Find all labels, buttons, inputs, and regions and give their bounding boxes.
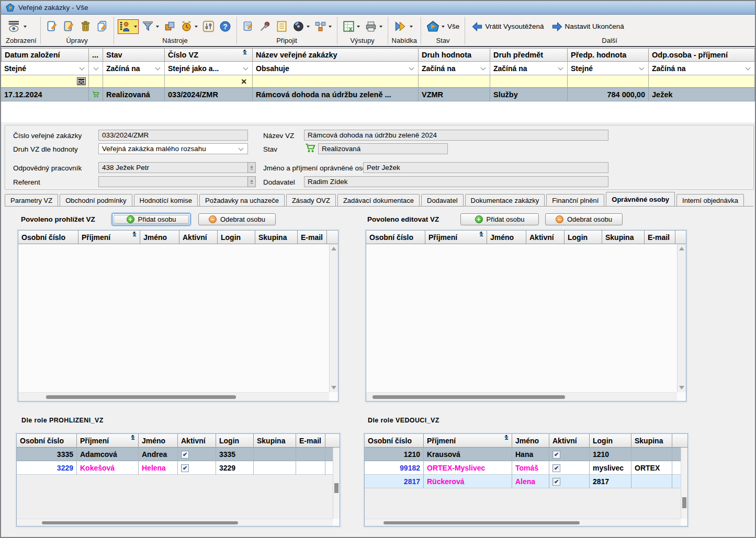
table-row[interactable]: 99182ORTEX-MyslivecTomáš✔myslivecORTEX	[365, 461, 681, 475]
col-header-osobn-slo[interactable]: Osobní číslo	[17, 434, 77, 448]
grid-col-header-[interactable]: ...	[89, 48, 103, 62]
grid-filter-op[interactable]: Stejné jako a...	[165, 62, 253, 75]
copy-record-button[interactable]	[95, 19, 110, 34]
history-clock-button[interactable]	[179, 19, 199, 34]
scrollbar-thumb[interactable]	[42, 521, 238, 524]
grid-col-header-slo-vz[interactable]: Číslo VZ1	[165, 48, 253, 62]
checkbox-checked-icon[interactable]: ✔	[552, 478, 560, 486]
col-header-e-mail[interactable]: E-mail	[298, 231, 327, 244]
checkbox-checked-icon[interactable]: ✔	[552, 451, 560, 459]
clear-filter-icon[interactable]: ✕	[241, 77, 247, 86]
vertical-scrollbar[interactable]	[677, 244, 686, 392]
grid-filter-op[interactable]	[89, 62, 103, 75]
odpovedny-field[interactable]: 438 Ježek Petr	[98, 162, 248, 173]
grid-filter-op[interactable]: Začíná na	[103, 62, 165, 75]
tab-finan-n-pln-n[interactable]: Finanční plnění	[546, 194, 604, 206]
grid-col-header-druh-p-edm-t[interactable]: Druh předmět	[490, 48, 568, 62]
col-header-p-jmen[interactable]: Příjmení1	[77, 434, 139, 448]
tab-po-adavky-na-uchaze-e[interactable]: Požadavky na uchazeče	[199, 194, 285, 206]
grid-data-cell[interactable]: 033/2024/ZMR	[165, 88, 253, 101]
col-header-skupina[interactable]: Skupina	[254, 434, 296, 448]
tab-parametry-vz[interactable]: Parametry VZ	[5, 194, 58, 206]
col-header-aktivn[interactable]: Aktivní	[549, 434, 590, 448]
col-header-aktivn[interactable]: Aktivní	[526, 231, 565, 244]
add-view-person-button[interactable]: + Přidat osobu	[112, 213, 190, 225]
cell-surname[interactable]: ORTEX-Myslivec	[424, 461, 512, 475]
col-header-e-mail[interactable]: E-mail	[296, 434, 325, 448]
odpovedny-picker-button[interactable]: ±	[247, 162, 256, 173]
grid-col-header-n-zev-ve-ejn-zak-zky[interactable]: Název veřejné zakázky	[253, 48, 419, 62]
col-header-p-jmen[interactable]: Příjmení1	[78, 231, 140, 244]
tab-dodavatel[interactable]: Dodavatel	[421, 194, 464, 206]
cell-first-name[interactable]: Alena	[512, 475, 549, 488]
cell-personal-number[interactable]: 3229	[17, 461, 77, 475]
tab-opr-vn-n-osoby[interactable]: Oprávněné osoby	[606, 192, 675, 206]
grid-filter-input[interactable]: ✕	[165, 75, 253, 88]
grid-filter-op[interactable]: Stejné	[568, 62, 649, 75]
media-disc-button[interactable]	[291, 19, 311, 34]
col-header-jm-no[interactable]: Jméno	[139, 434, 178, 448]
table-row[interactable]: 2817RückerováAlena✔2817	[365, 475, 681, 488]
scroll-up-icon[interactable]	[331, 247, 336, 250]
nazev-vz-field[interactable]: Rámcová dohoda na údržbu zeleně 2024	[304, 130, 608, 141]
col-header-osobn-slo[interactable]: Osobní číslo	[365, 434, 424, 448]
cell-group[interactable]	[254, 461, 296, 475]
col-header-jm-no[interactable]: Jméno	[512, 434, 549, 448]
grid-data-cell[interactable]: 17.12.2024	[1, 88, 89, 101]
grid-col-header-odp-osoba-p-jmen[interactable]: Odp.osoba - příjmení	[649, 48, 755, 62]
col-header-osobn-slo[interactable]: Osobní číslo	[18, 231, 78, 244]
remove-edit-person-button[interactable]: − Odebrat osobu	[545, 213, 623, 225]
tab-obchodn-podm-nky[interactable]: Obchodní podmínky	[60, 194, 132, 206]
cell-group[interactable]: ORTEX	[631, 461, 672, 475]
grid-filter-input[interactable]	[1, 75, 89, 88]
col-header-p-jmen[interactable]: Příjmení1	[424, 434, 512, 448]
grid-filter-input[interactable]	[89, 75, 103, 88]
cell-personal-number[interactable]: 2817	[365, 475, 424, 488]
horizontal-scrollbar[interactable]	[18, 392, 329, 401]
attach-note-button[interactable]	[241, 19, 256, 34]
grid-filter-op[interactable]: Začíná na	[490, 62, 568, 75]
dodavatel-field[interactable]: Radim Zídek	[304, 176, 608, 187]
help-button[interactable]: ?	[218, 19, 233, 34]
grid-col-header-p-edp-hodnota[interactable]: Předp. hodnota	[568, 48, 649, 62]
title-bar[interactable]: Veřejné zakázky - Vše	[1, 1, 755, 15]
horizontal-scrollbar[interactable]	[17, 519, 333, 526]
col-header-skupina[interactable]: Skupina	[631, 434, 672, 448]
grid-filter-op[interactable]: Obsahuje	[253, 62, 419, 75]
cislo-vz-field[interactable]: 033/2024/ZMR	[98, 130, 248, 141]
col-header-e-mail[interactable]: E-mail	[645, 231, 675, 244]
grid-data-row[interactable]: 17.12.2024Realizovaná033/2024/ZMRRámcová…	[1, 88, 755, 101]
cell-surname[interactable]: Adamcová	[77, 448, 139, 461]
add-edit-person-button[interactable]: + Přidat osobu	[460, 213, 539, 225]
edit-record-button[interactable]	[61, 19, 76, 34]
cell-surname[interactable]: Krausová	[424, 448, 512, 461]
scrollbar-thumb[interactable]	[373, 395, 565, 399]
col-header-aktivn[interactable]: Aktivní	[178, 434, 216, 448]
cell-first-name[interactable]: Helena	[139, 461, 178, 475]
col-header-skupina[interactable]: Skupina	[255, 231, 298, 244]
col-header-login[interactable]: Login	[216, 434, 254, 448]
cell-first-name[interactable]: Andrea	[139, 448, 178, 461]
cell-login[interactable]: 2817	[590, 475, 631, 488]
grid-filter-input[interactable]	[103, 75, 165, 88]
cell-email[interactable]	[296, 461, 325, 475]
merge-windows-button[interactable]	[162, 19, 177, 34]
print-button[interactable]	[363, 19, 384, 34]
grid-filter-op[interactable]: Stejné	[1, 62, 89, 75]
cell-group[interactable]	[631, 448, 672, 461]
col-header-login[interactable]: Login	[218, 231, 255, 244]
vertical-scrollbar[interactable]	[329, 244, 338, 392]
referent-field[interactable]	[98, 176, 248, 187]
cell-login[interactable]: 1210	[590, 448, 631, 461]
stav-field[interactable]: Realizovaná	[318, 143, 448, 154]
grid-filter-input[interactable]	[253, 75, 419, 88]
vertical-scrollbar[interactable]	[333, 448, 340, 519]
menu-forward-button[interactable]	[392, 19, 414, 34]
table-row[interactable]: 3229KokešováHelena✔3229	[17, 461, 333, 475]
remove-view-person-button[interactable]: − Odebrat osobu	[198, 213, 276, 225]
cell-first-name[interactable]: Hana	[512, 448, 549, 461]
horizontal-scrollbar[interactable]	[365, 519, 681, 526]
checkbox-checked-icon[interactable]: ✔	[181, 464, 189, 472]
checkbox-checked-icon[interactable]: ✔	[552, 464, 560, 472]
cell-group[interactable]	[631, 475, 672, 488]
